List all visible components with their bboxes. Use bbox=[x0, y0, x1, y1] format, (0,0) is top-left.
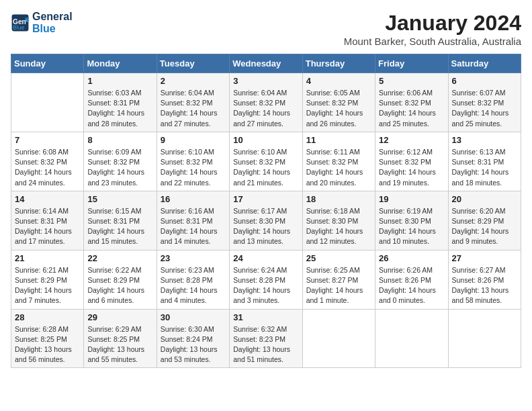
day-number: 8 bbox=[87, 135, 152, 145]
day-number: 23 bbox=[161, 253, 226, 263]
calendar-cell: 9Sunrise: 6:10 AM Sunset: 8:32 PM Daylig… bbox=[157, 132, 229, 191]
calendar-cell: 20Sunrise: 6:20 AM Sunset: 8:29 PM Dayli… bbox=[448, 191, 521, 250]
day-number: 3 bbox=[233, 76, 298, 86]
day-number: 11 bbox=[306, 135, 371, 145]
day-number: 6 bbox=[452, 76, 517, 86]
calendar-cell: 24Sunrise: 6:24 AM Sunset: 8:28 PM Dayli… bbox=[230, 250, 302, 309]
calendar-cell: 7Sunrise: 6:08 AM Sunset: 8:32 PM Daylig… bbox=[11, 132, 84, 191]
day-number: 21 bbox=[15, 253, 80, 263]
day-info: Sunrise: 6:06 AM Sunset: 8:32 PM Dayligh… bbox=[379, 88, 444, 129]
day-number: 4 bbox=[306, 76, 371, 86]
col-header-thursday: Thursday bbox=[302, 54, 375, 73]
calendar-cell: 5Sunrise: 6:06 AM Sunset: 8:32 PM Daylig… bbox=[375, 73, 448, 132]
day-number: 28 bbox=[15, 312, 80, 322]
day-number: 24 bbox=[233, 253, 298, 263]
calendar-table: SundayMondayTuesdayWednesdayThursdayFrid… bbox=[11, 54, 521, 368]
day-number: 17 bbox=[233, 194, 298, 204]
day-info: Sunrise: 6:22 AM Sunset: 8:29 PM Dayligh… bbox=[87, 265, 152, 306]
day-number: 12 bbox=[379, 135, 444, 145]
calendar-cell: 13Sunrise: 6:13 AM Sunset: 8:31 PM Dayli… bbox=[448, 132, 521, 191]
col-header-wednesday: Wednesday bbox=[230, 54, 302, 73]
day-number: 26 bbox=[379, 253, 444, 263]
calendar-cell: 15Sunrise: 6:15 AM Sunset: 8:31 PM Dayli… bbox=[84, 191, 157, 250]
day-info: Sunrise: 6:21 AM Sunset: 8:29 PM Dayligh… bbox=[15, 265, 80, 306]
day-info: Sunrise: 6:27 AM Sunset: 8:26 PM Dayligh… bbox=[452, 265, 517, 306]
logo: Gen Blue General Blue bbox=[11, 11, 73, 34]
day-info: Sunrise: 6:04 AM Sunset: 8:32 PM Dayligh… bbox=[233, 88, 298, 129]
calendar-cell bbox=[11, 73, 84, 132]
col-header-tuesday: Tuesday bbox=[157, 54, 229, 73]
calendar-cell: 19Sunrise: 6:19 AM Sunset: 8:30 PM Dayli… bbox=[375, 191, 448, 250]
day-info: Sunrise: 6:07 AM Sunset: 8:32 PM Dayligh… bbox=[452, 88, 517, 129]
calendar-cell: 28Sunrise: 6:28 AM Sunset: 8:25 PM Dayli… bbox=[11, 309, 84, 368]
day-info: Sunrise: 6:09 AM Sunset: 8:32 PM Dayligh… bbox=[87, 147, 152, 188]
calendar-cell: 26Sunrise: 6:26 AM Sunset: 8:26 PM Dayli… bbox=[375, 250, 448, 309]
calendar-cell: 23Sunrise: 6:23 AM Sunset: 8:28 PM Dayli… bbox=[157, 250, 229, 309]
day-number: 31 bbox=[233, 312, 298, 322]
day-info: Sunrise: 6:17 AM Sunset: 8:30 PM Dayligh… bbox=[233, 206, 298, 247]
day-number: 15 bbox=[87, 194, 152, 204]
calendar-cell: 2Sunrise: 6:04 AM Sunset: 8:32 PM Daylig… bbox=[157, 73, 229, 132]
day-info: Sunrise: 6:25 AM Sunset: 8:27 PM Dayligh… bbox=[306, 265, 371, 306]
calendar-cell: 8Sunrise: 6:09 AM Sunset: 8:32 PM Daylig… bbox=[84, 132, 157, 191]
location: Mount Barker, South Australia, Australia bbox=[344, 36, 521, 47]
day-number: 16 bbox=[161, 194, 226, 204]
calendar-cell: 17Sunrise: 6:17 AM Sunset: 8:30 PM Dayli… bbox=[230, 191, 302, 250]
calendar-cell: 12Sunrise: 6:12 AM Sunset: 8:32 PM Dayli… bbox=[375, 132, 448, 191]
day-number: 22 bbox=[87, 253, 152, 263]
col-header-saturday: Saturday bbox=[448, 54, 521, 73]
month-title: January 2024 bbox=[344, 11, 521, 36]
day-number: 1 bbox=[87, 76, 152, 86]
day-info: Sunrise: 6:14 AM Sunset: 8:31 PM Dayligh… bbox=[15, 206, 80, 247]
day-info: Sunrise: 6:29 AM Sunset: 8:25 PM Dayligh… bbox=[87, 324, 152, 365]
day-info: Sunrise: 6:13 AM Sunset: 8:31 PM Dayligh… bbox=[452, 147, 517, 188]
logo-text-line2: Blue bbox=[32, 23, 73, 35]
day-info: Sunrise: 6:15 AM Sunset: 8:31 PM Dayligh… bbox=[87, 206, 152, 247]
day-info: Sunrise: 6:16 AM Sunset: 8:31 PM Dayligh… bbox=[161, 206, 226, 247]
col-header-sunday: Sunday bbox=[11, 54, 84, 73]
day-number: 7 bbox=[15, 135, 80, 145]
calendar-cell bbox=[302, 309, 375, 368]
col-header-monday: Monday bbox=[84, 54, 157, 73]
title-area: January 2024 Mount Barker, South Austral… bbox=[344, 11, 521, 47]
day-info: Sunrise: 6:10 AM Sunset: 8:32 PM Dayligh… bbox=[233, 147, 298, 188]
day-info: Sunrise: 6:30 AM Sunset: 8:24 PM Dayligh… bbox=[161, 324, 226, 365]
day-info: Sunrise: 6:11 AM Sunset: 8:32 PM Dayligh… bbox=[306, 147, 371, 188]
day-number: 18 bbox=[306, 194, 371, 204]
day-info: Sunrise: 6:08 AM Sunset: 8:32 PM Dayligh… bbox=[15, 147, 80, 188]
calendar-cell: 10Sunrise: 6:10 AM Sunset: 8:32 PM Dayli… bbox=[230, 132, 302, 191]
day-info: Sunrise: 6:24 AM Sunset: 8:28 PM Dayligh… bbox=[233, 265, 298, 306]
calendar-cell: 18Sunrise: 6:18 AM Sunset: 8:30 PM Dayli… bbox=[302, 191, 375, 250]
day-info: Sunrise: 6:05 AM Sunset: 8:32 PM Dayligh… bbox=[306, 88, 371, 129]
day-number: 10 bbox=[233, 135, 298, 145]
day-info: Sunrise: 6:12 AM Sunset: 8:32 PM Dayligh… bbox=[379, 147, 444, 188]
calendar-cell: 14Sunrise: 6:14 AM Sunset: 8:31 PM Dayli… bbox=[11, 191, 84, 250]
day-info: Sunrise: 6:18 AM Sunset: 8:30 PM Dayligh… bbox=[306, 206, 371, 247]
day-number: 29 bbox=[87, 312, 152, 322]
day-number: 13 bbox=[452, 135, 517, 145]
day-number: 5 bbox=[379, 76, 444, 86]
calendar-cell: 1Sunrise: 6:03 AM Sunset: 8:31 PM Daylig… bbox=[84, 73, 157, 132]
calendar-cell: 3Sunrise: 6:04 AM Sunset: 8:32 PM Daylig… bbox=[230, 73, 302, 132]
calendar-cell: 4Sunrise: 6:05 AM Sunset: 8:32 PM Daylig… bbox=[302, 73, 375, 132]
calendar-cell: 30Sunrise: 6:30 AM Sunset: 8:24 PM Dayli… bbox=[157, 309, 229, 368]
day-info: Sunrise: 6:26 AM Sunset: 8:26 PM Dayligh… bbox=[379, 265, 444, 306]
calendar-cell: 29Sunrise: 6:29 AM Sunset: 8:25 PM Dayli… bbox=[84, 309, 157, 368]
day-number: 19 bbox=[379, 194, 444, 204]
calendar-cell: 16Sunrise: 6:16 AM Sunset: 8:31 PM Dayli… bbox=[157, 191, 229, 250]
calendar-cell: 11Sunrise: 6:11 AM Sunset: 8:32 PM Dayli… bbox=[302, 132, 375, 191]
day-number: 9 bbox=[161, 135, 226, 145]
day-info: Sunrise: 6:23 AM Sunset: 8:28 PM Dayligh… bbox=[161, 265, 226, 306]
day-info: Sunrise: 6:10 AM Sunset: 8:32 PM Dayligh… bbox=[161, 147, 226, 188]
day-info: Sunrise: 6:04 AM Sunset: 8:32 PM Dayligh… bbox=[161, 88, 226, 129]
logo-icon: Gen Blue bbox=[11, 13, 30, 32]
calendar-cell: 25Sunrise: 6:25 AM Sunset: 8:27 PM Dayli… bbox=[302, 250, 375, 309]
calendar-cell: 22Sunrise: 6:22 AM Sunset: 8:29 PM Dayli… bbox=[84, 250, 157, 309]
calendar-cell: 31Sunrise: 6:32 AM Sunset: 8:23 PM Dayli… bbox=[230, 309, 302, 368]
day-info: Sunrise: 6:03 AM Sunset: 8:31 PM Dayligh… bbox=[87, 88, 152, 129]
calendar-cell: 27Sunrise: 6:27 AM Sunset: 8:26 PM Dayli… bbox=[448, 250, 521, 309]
calendar-cell bbox=[375, 309, 448, 368]
day-number: 27 bbox=[452, 253, 517, 263]
svg-text:Blue: Blue bbox=[13, 24, 24, 31]
col-header-friday: Friday bbox=[375, 54, 448, 73]
